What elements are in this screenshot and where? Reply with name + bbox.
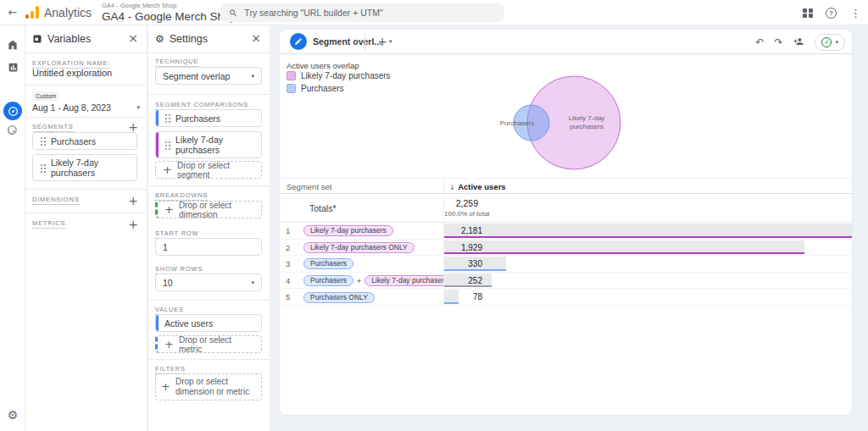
segment-color-bar <box>156 132 159 157</box>
row-segment-chips: Likely 7-day purchasers <box>303 223 393 240</box>
segment-set-chip[interactable]: Likely 7-day purchasers <box>303 225 393 236</box>
top-header: ← Analytics GA4 - Google Merch Shop GA4 … <box>0 0 868 25</box>
table-row[interactable]: 3Purchasers330 <box>280 256 852 273</box>
segment-set-chip[interactable]: Purchasers <box>303 275 353 286</box>
advertising-icon[interactable] <box>3 121 22 140</box>
segments-label: SEGMENTS <box>32 123 74 132</box>
undo-icon[interactable]: ↶ <box>755 37 764 47</box>
add-tab-button[interactable]: + <box>373 32 392 51</box>
status-ok-dropdown[interactable]: ✓ ▾ <box>815 34 845 51</box>
property-name: GA4 - Google Merch Shop <box>102 10 236 23</box>
segment-set-chip[interactable]: Purchasers <box>303 258 353 269</box>
value-cell: 1,929 <box>443 240 852 256</box>
venn-diagram[interactable]: Purchasers Likely 7-day purchasers <box>280 54 852 178</box>
row-number: 1 <box>286 223 290 240</box>
comparison-segment-chip[interactable]: Likely 7-day purchasers <box>155 131 262 158</box>
property-switcher[interactable]: GA4 - Google Merch Shop GA4 - Google Mer… <box>102 2 236 23</box>
totals-value: 2,259 <box>444 198 478 208</box>
add-dimension-icon[interactable]: + <box>128 195 138 207</box>
row-segment-chips: Likely 7-day purchasers ONLY <box>303 240 415 257</box>
table-row[interactable]: 5Purchasers ONLY78 <box>280 289 852 306</box>
start-row-input[interactable]: 1 <box>155 238 262 256</box>
drag-handle-icon <box>164 113 170 123</box>
drop-filter-zone[interactable]: + Drop or select dimension or metric <box>155 373 262 401</box>
share-user-icon[interactable] <box>793 36 804 48</box>
totals-row: Totals* 2,259 100.0% of total <box>280 194 852 223</box>
variables-segment-list: PurchasersLikely 7-day purchasers <box>32 132 137 181</box>
venn-big-label-1: Likely 7-day <box>569 114 605 122</box>
value-text: 1,929 <box>444 240 482 257</box>
variables-segment-chip[interactable]: Likely 7-day purchasers <box>32 154 137 181</box>
redo-icon[interactable]: ↷ <box>774 37 782 47</box>
segment-comparisons-list: PurchasersLikely 7-day purchasers <box>155 109 262 158</box>
drop-metric-zone[interactable]: + Drop or select metric <box>155 335 262 353</box>
drag-handle-icon <box>40 163 46 173</box>
value-bar <box>444 240 804 255</box>
home-icon[interactable] <box>3 36 22 54</box>
search-bar[interactable] <box>220 3 504 22</box>
reports-icon[interactable] <box>3 58 22 76</box>
segment-set-chip[interactable]: Likely 7-day purchasers ONLY <box>303 242 415 253</box>
explore-icon[interactable] <box>3 102 22 120</box>
date-custom-badge: Custom <box>32 91 59 101</box>
kebab-menu-icon[interactable]: ⋮ <box>850 7 861 19</box>
drop-segment-zone[interactable]: + Drop or select segment <box>155 161 262 179</box>
add-segment-icon[interactable]: + <box>128 121 138 133</box>
dimensions-label: DIMENSIONS <box>32 196 80 205</box>
technique-select[interactable]: Segment overlap ▾ <box>155 67 262 85</box>
value-cell: 252 <box>443 273 852 289</box>
segment-set-column-header: Segment set <box>287 179 331 195</box>
table-row[interactable]: 1Likely 7-day purchasers2,181 <box>280 223 852 240</box>
search-input[interactable] <box>244 8 496 18</box>
date-range-picker[interactable]: Aug 1 - Aug 8, 2023 ▾ <box>32 102 140 113</box>
analytics-logo-icon[interactable] <box>25 6 40 19</box>
values-list: Active users <box>155 314 262 332</box>
values-metric-chip[interactable]: Active users <box>155 314 262 332</box>
add-metric-icon[interactable]: + <box>128 218 138 230</box>
segment-set-chip[interactable]: Likely 7-day purchasers <box>364 275 454 286</box>
settings-gear-icon: ⚙ <box>155 33 164 45</box>
active-users-column-header[interactable]: ↓Active users <box>443 179 852 195</box>
back-icon[interactable]: ← <box>5 5 20 20</box>
drag-handle-icon <box>164 141 170 150</box>
value-cell: 78 <box>443 289 852 305</box>
chevron-down-icon: ▾ <box>136 104 140 111</box>
drop-dimension-zone[interactable]: + Drop or select dimension <box>155 201 262 218</box>
google-apps-icon[interactable] <box>803 8 812 18</box>
totals-subtext: 100.0% of total <box>444 210 481 218</box>
variables-segment-chip[interactable]: Purchasers <box>32 132 137 150</box>
row-number: 5 <box>286 289 290 306</box>
row-segment-chips: Purchasers ONLY <box>303 289 375 306</box>
edit-pencil-icon <box>290 33 307 50</box>
value-text: 78 <box>444 289 482 306</box>
value-cell: 2,181 <box>443 223 852 239</box>
row-segment-chips: Purchasers+Likely 7-day purchasers <box>303 273 454 290</box>
close-settings-icon[interactable]: × <box>251 32 261 44</box>
tab-bar: Segment overl... ▾ + ↶ ↷ ✓ ▾ <box>280 30 852 54</box>
table-header: Segment set ↓Active users <box>280 178 852 194</box>
close-variables-icon[interactable]: × <box>128 32 138 44</box>
drag-handle-icon <box>40 136 46 146</box>
comparison-segment-chip[interactable]: Purchasers <box>155 109 262 127</box>
table-row[interactable]: 2Likely 7-day purchasers ONLY1,929 <box>280 240 852 257</box>
row-number: 4 <box>286 273 290 290</box>
segment-set-chip[interactable]: Purchasers ONLY <box>303 292 375 303</box>
value-text: 252 <box>444 273 482 290</box>
value-cell: 330 <box>443 256 852 272</box>
admin-gear-icon[interactable]: ⚙ <box>3 406 22 424</box>
ga4-explore-page: ← Analytics GA4 - Google Merch Shop GA4 … <box>0 0 868 431</box>
row-segment-chips: Purchasers <box>303 256 353 273</box>
settings-title: Settings <box>170 33 208 45</box>
show-rows-select[interactable]: 10 ▾ <box>155 274 262 291</box>
chevron-down-icon: ▾ <box>835 39 838 46</box>
segment-color-bar <box>156 110 159 126</box>
chip-joiner: + <box>357 277 361 285</box>
variables-panel: Variables × EXPLORATION NAME: Untitled e… <box>25 25 147 431</box>
help-icon[interactable]: ? <box>826 8 837 19</box>
table-row[interactable]: 4Purchasers+Likely 7-day purchasers252 <box>280 273 852 290</box>
exploration-name-value[interactable]: Untitled exploration <box>32 68 112 78</box>
variables-icon <box>32 34 42 44</box>
technique-label: TECHNIQUE <box>155 58 198 67</box>
chevron-down-icon: ▾ <box>251 73 254 80</box>
totals-label: Totals* <box>309 194 337 223</box>
